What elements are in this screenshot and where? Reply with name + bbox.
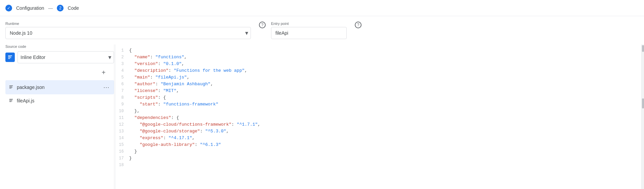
svg-rect-10 <box>9 101 12 101</box>
source-type-icon <box>5 53 15 62</box>
add-file-button[interactable]: + <box>99 67 109 77</box>
file-item-fileapi-js[interactable]: fileApi.js ✎ 🗑 <box>5 95 114 106</box>
source-type-select[interactable]: Inline Editor <box>17 51 114 63</box>
svg-rect-6 <box>9 87 12 88</box>
inline-editor-icon <box>7 55 13 60</box>
step-check-icon: ✓ <box>5 5 12 11</box>
runtime-label: Runtime <box>5 22 251 26</box>
svg-rect-2 <box>8 58 11 58</box>
entrypoint-input[interactable] <box>271 27 347 39</box>
scrollbar-code[interactable] <box>641 65 644 189</box>
source-code-label: Source code <box>5 44 114 49</box>
file-name-fileapi-js: fileApi.js <box>17 98 110 103</box>
code-line-18: 18 <box>116 162 644 168</box>
scrollbar-code-thumb <box>642 98 644 108</box>
entrypoint-input-wrap <box>271 27 347 39</box>
file-name-package-json: package.json <box>17 85 103 90</box>
svg-rect-3 <box>8 58 10 59</box>
code-line-15: 15 "google-auth-library": "^6.1.3" <box>116 141 644 148</box>
file-icon-fileapi-js <box>8 98 14 104</box>
code-line-4: 4 "description": "Functions for the web … <box>116 67 644 74</box>
left-panel: Source code Inline Editor ▾ <box>0 44 114 189</box>
code-line-11: 11 "dependencies": { <box>116 115 644 121</box>
runtime-input-wrap: ▾ <box>5 27 251 39</box>
svg-rect-1 <box>8 57 11 57</box>
code-line-1: 1 { <box>116 47 644 54</box>
scrollbar-top-thumb <box>642 45 644 52</box>
entrypoint-field-group: Entry point <box>271 22 347 39</box>
svg-rect-9 <box>9 100 12 100</box>
page-title: Code <box>68 5 79 11</box>
code-line-2: 2 "name": "functions", <box>116 54 644 61</box>
step-badge: 2 <box>57 5 64 11</box>
entrypoint-help-icon[interactable]: ? <box>355 22 362 28</box>
file-item-package-json[interactable]: package.json ⋯ <box>5 80 114 94</box>
code-line-5: 5 "main": "fileApi.js", <box>116 74 644 81</box>
runtime-help-icon[interactable]: ? <box>259 22 266 28</box>
runtime-field-group: Runtime ▾ <box>5 22 251 39</box>
form-row: Runtime ▾ ? Entry point ? <box>0 16 644 39</box>
entrypoint-label: Entry point <box>271 22 347 26</box>
header: ✓ Configuration — 2 Code <box>0 0 644 16</box>
code-line-12: 12 "@google-cloud/functions-framework": … <box>116 121 644 128</box>
svg-rect-7 <box>9 88 11 88</box>
code-line-13: 13 "@google-cloud/storage": "^5.3.0", <box>116 128 644 135</box>
step-label: Configuration <box>16 5 44 11</box>
header-divider: — <box>48 5 53 11</box>
svg-rect-0 <box>8 56 12 56</box>
code-line-17: 17 } <box>116 155 644 162</box>
file-actions-package-json: ⋯ <box>103 83 110 92</box>
code-line-6: 6 "author": "Benjamin Ashbaugh", <box>116 81 644 88</box>
file-list: package.json ⋯ fileAp <box>5 80 114 106</box>
code-line-16: 16 } <box>116 148 644 155</box>
svg-rect-5 <box>9 87 12 87</box>
code-line-3: 3 "version": "0.1.0", <box>116 61 644 67</box>
runtime-input[interactable] <box>5 27 251 39</box>
code-editor[interactable]: 1 { 2 "name": "functions", 3 "version": … <box>116 44 644 189</box>
svg-rect-8 <box>9 99 13 100</box>
scrollbar-top[interactable] <box>641 44 644 65</box>
file-icon-package-json <box>8 84 14 90</box>
file-more-button-package-json[interactable]: ⋯ <box>103 83 110 92</box>
code-line-14: 14 "express": "^4.17.1", <box>116 135 644 141</box>
code-line-9: 9 "start": "functions-framework" <box>116 101 644 108</box>
code-line-7: 7 "license": "MIT", <box>116 88 644 94</box>
source-selector-wrap: Inline Editor ▾ <box>5 51 114 63</box>
svg-rect-11 <box>9 101 11 102</box>
svg-rect-4 <box>9 86 13 86</box>
code-line-8: 8 "scripts": { <box>116 94 644 101</box>
code-line-10: 10 }, <box>116 108 644 115</box>
main-content: Runtime ▾ ? Entry point ? Source code <box>0 16 644 189</box>
content-area: Source code Inline Editor ▾ <box>0 44 644 189</box>
